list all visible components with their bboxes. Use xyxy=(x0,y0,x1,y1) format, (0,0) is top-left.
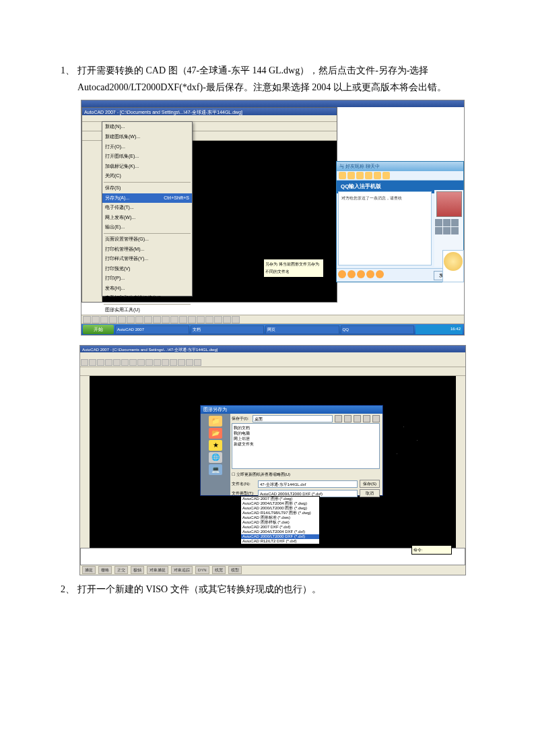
menu-item[interactable]: 页面设置管理器(G)... xyxy=(102,234,192,245)
toolbar-button[interactable] xyxy=(232,316,240,323)
filetype-option[interactable]: AutoCAD 2000/LT2000 图形 (*.dwg) xyxy=(241,506,319,511)
toolbar-button[interactable] xyxy=(197,316,205,323)
toolbar-button[interactable] xyxy=(194,359,201,366)
menu-item[interactable]: 保存(S) xyxy=(102,183,192,193)
menu-item[interactable]: 打开图纸集(E)... xyxy=(102,152,192,162)
look-in-combo[interactable]: 桌面 xyxy=(253,415,333,422)
status-cell[interactable]: 对象捕捉 xyxy=(147,566,168,574)
toolbar-button[interactable] xyxy=(214,316,222,323)
toolbar-button[interactable] xyxy=(205,316,213,323)
cancel-button[interactable]: 取消 xyxy=(360,489,380,497)
file-item[interactable]: 网上邻居 xyxy=(234,436,378,441)
qq-message-area[interactable]: 对方给您发送了一条消息，请查收 xyxy=(338,191,432,265)
dialog-titlebar[interactable]: 图形另存为 xyxy=(201,406,382,414)
autocad-titlebar[interactable]: AutoCAD 2007 - [C:\Documents and Setting… xyxy=(80,346,465,352)
menu-item[interactable]: 打印样式管理器(Y)... xyxy=(102,254,192,264)
qq-emoji-icon[interactable] xyxy=(366,270,374,278)
back-icon[interactable] xyxy=(335,415,342,422)
tools-icon[interactable] xyxy=(372,415,380,422)
qq-thumb-icon[interactable] xyxy=(435,219,442,226)
qq-tool-icon[interactable] xyxy=(374,172,381,179)
system-tray[interactable]: 16:42 xyxy=(415,325,463,334)
toolbar-button[interactable] xyxy=(109,316,117,323)
views-icon[interactable] xyxy=(363,415,370,422)
taskbar-item[interactable]: QQ xyxy=(341,325,415,334)
qq-emoji-icon[interactable] xyxy=(376,270,384,278)
toolbar-button[interactable] xyxy=(170,359,177,366)
status-cell[interactable]: 栅格 xyxy=(98,566,112,574)
toolbar-button[interactable] xyxy=(89,359,96,366)
status-cell[interactable]: DYN xyxy=(195,566,209,574)
qq-thumb-icon[interactable] xyxy=(435,227,442,234)
autocad-toolbar-2[interactable] xyxy=(80,367,465,376)
qq-emoji-face-icon[interactable] xyxy=(444,252,463,271)
status-bar[interactable]: 捕捉 栅格 正交 极轴 对象捕捉 对象追踪 DYN 线宽 模型 xyxy=(80,565,465,575)
filetype-option[interactable]: AutoCAD R14/LT98/LT97 图形 (*.dwg) xyxy=(241,511,319,515)
places-mycomputer-icon[interactable]: 💻 xyxy=(209,464,222,475)
file-item[interactable]: 我的电脑 xyxy=(234,431,378,436)
autocad-toolbar-1[interactable] xyxy=(80,358,465,367)
toolbar-button[interactable] xyxy=(137,359,145,366)
toolbar-button[interactable] xyxy=(162,316,170,323)
taskbar-item[interactable]: 网页 xyxy=(265,325,339,334)
toolbar-button[interactable] xyxy=(170,316,178,323)
menu-item[interactable]: 关闭(C) xyxy=(102,171,192,181)
file-item[interactable]: 新建文件夹 xyxy=(234,441,378,447)
status-cell[interactable]: 模型 xyxy=(228,566,242,574)
command-line[interactable] xyxy=(80,548,465,565)
toolbar-button[interactable] xyxy=(145,359,153,366)
toolbar-button[interactable] xyxy=(144,316,152,323)
qq-emoji-icon[interactable] xyxy=(357,270,365,278)
autocad-menubar[interactable] xyxy=(80,352,465,358)
filetype-option[interactable]: AutoCAD R12/LT2 DXF (*.dxf) xyxy=(241,539,319,544)
toolbar-button[interactable] xyxy=(97,359,104,366)
toolbar-button[interactable] xyxy=(178,359,185,366)
filetype-option[interactable]: AutoCAD 图形样板 (*.dwt) xyxy=(241,520,319,525)
toolbar-button[interactable] xyxy=(118,316,126,323)
status-cell[interactable]: 线宽 xyxy=(212,566,226,574)
toolbar-button[interactable] xyxy=(135,316,143,323)
qq-thumb-icon[interactable] xyxy=(451,219,459,226)
qq-thumb-icon[interactable] xyxy=(451,227,459,234)
toolbar-button[interactable] xyxy=(179,316,187,323)
menu-item[interactable]: 打印(P)... xyxy=(102,274,192,284)
qq-tool-icon[interactable] xyxy=(356,172,364,179)
autocad-titlebar[interactable]: AutoCAD 2007 - [C:\Documents and Setting… xyxy=(82,108,337,115)
save-button[interactable]: 保存(S) xyxy=(360,480,380,488)
toolbar-button[interactable] xyxy=(121,359,129,366)
filetype-option[interactable]: AutoCAD 2004/LT2004 DXF (*.dxf) xyxy=(241,530,319,534)
places-desktop-icon[interactable]: 📂 xyxy=(209,428,222,439)
toolbar-button[interactable] xyxy=(186,359,193,366)
filetype-option[interactable]: AutoCAD 2007 DXF (*.dxf) xyxy=(241,525,319,530)
toolbar-button[interactable] xyxy=(92,316,100,323)
toolbar-button[interactable] xyxy=(154,359,161,366)
toolbar-button[interactable] xyxy=(188,316,196,323)
taskbar-item[interactable]: 文档 xyxy=(191,325,265,334)
toolbar-button[interactable] xyxy=(127,316,135,323)
qq-tool-icon[interactable] xyxy=(339,172,346,179)
dialog-file-list[interactable]: 我的文档 我的电脑 网上邻居 新建文件夹 xyxy=(232,423,380,469)
autocad-left-toolbar[interactable] xyxy=(82,141,102,302)
autocad-left-toolbar[interactable] xyxy=(80,376,90,548)
menu-item[interactable]: 查看打印和发布详细信息(I)... xyxy=(102,293,192,303)
new-folder-icon[interactable] xyxy=(354,415,361,422)
filetype-option[interactable]: AutoCAD 2007 图形 (*.dwg) xyxy=(241,497,319,501)
menu-item[interactable]: 加载标记集(K)... xyxy=(102,162,192,172)
menu-item[interactable]: 新建图纸集(W)... xyxy=(102,132,192,142)
toolbar-button[interactable] xyxy=(129,359,137,366)
filetype-option[interactable]: AutoCAD 图形标准 (*.dws) xyxy=(241,515,319,520)
update-thumbnail-checkbox[interactable]: ☐ 立即更新图纸并查看缩略图(U) xyxy=(232,471,380,478)
status-cell[interactable]: 极轴 xyxy=(131,566,144,574)
status-cell[interactable]: 对象追踪 xyxy=(171,566,193,574)
qq-tool-icon[interactable] xyxy=(382,172,390,179)
qq-emoji-icon[interactable] xyxy=(347,270,356,278)
toolbar-button[interactable] xyxy=(162,359,169,366)
file-item[interactable]: 我的文档 xyxy=(234,425,378,431)
qq-thumb-icon[interactable] xyxy=(443,227,450,234)
places-ftp-icon[interactable]: 🌐 xyxy=(209,452,222,463)
menu-item[interactable]: 输出(E)... xyxy=(102,222,192,232)
toolbar-button[interactable] xyxy=(105,359,112,366)
status-cell[interactable]: 正交 xyxy=(114,566,128,574)
menu-item[interactable]: 打印机管理器(M)... xyxy=(102,245,192,255)
filename-input[interactable]: 47-全球通-东平144GL.dxf xyxy=(258,480,358,488)
